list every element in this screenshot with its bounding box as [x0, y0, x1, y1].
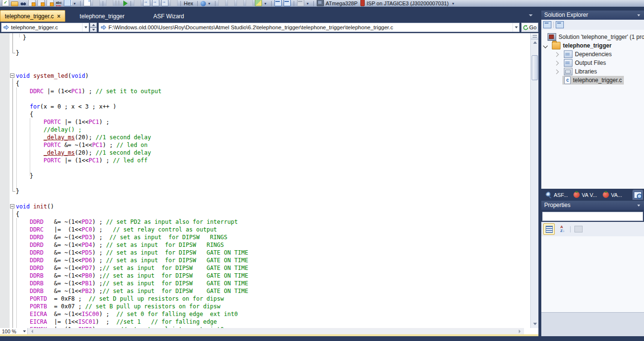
scroll-left-button[interactable] [29, 328, 36, 334]
scroll-up-button[interactable] [531, 39, 538, 46]
keyboard-alt-icon[interactable] [284, 0, 291, 6]
toolbar-separator [215, 1, 215, 6]
watch-icon[interactable] [134, 0, 141, 6]
new-file-icon[interactable] [83, 0, 91, 6]
scope-combobox[interactable]: telephone_trigger.c [1, 23, 89, 32]
chevron-down-icon[interactable] [543, 43, 548, 48]
properties-grid[interactable] [541, 236, 644, 312]
code-line [16, 195, 248, 203]
scrollbar-thumb[interactable] [532, 55, 538, 80]
collapse-box-init[interactable] [10, 204, 14, 208]
spin-down-button[interactable] [90, 27, 97, 32]
float-window-icon[interactable] [47, 0, 54, 6]
toolbar-overflow-icon[interactable]: ▾ [263, 1, 268, 7]
keyboard-icon[interactable] [274, 0, 282, 6]
toolbar-separator [80, 1, 81, 6]
step-over-icon[interactable] [152, 0, 159, 6]
properties-header[interactable]: Properties [541, 201, 644, 210]
tree-item-libraries[interactable]: Libraries [555, 67, 597, 76]
categorize-button[interactable] [543, 223, 555, 235]
code-text-area[interactable]: }}void system_led(void){ DDRC |= (1<<PC1… [16, 34, 248, 328]
find-in-files-icon[interactable] [20, 0, 26, 6]
tree-item-dependencies[interactable]: Dependencies [555, 50, 612, 59]
code-line: PORTC |= (1<<PC1) ; [16, 118, 248, 126]
collapse-box-system-led[interactable] [10, 73, 14, 78]
keyboard-disabled-icon[interactable] [297, 0, 304, 6]
copy-icon[interactable] [64, 0, 71, 6]
tree-item-source-file[interactable]: telephone_trigger.c [562, 76, 624, 85]
scope-value: telephone_trigger.c [11, 24, 82, 30]
save-icon[interactable] [93, 0, 100, 6]
message-box-icon[interactable] [227, 0, 235, 6]
scrollbar-corner [524, 328, 538, 334]
outline-line [12, 33, 13, 53]
device-selector[interactable]: ATmega328P [326, 0, 358, 7]
processor-icon[interactable] [246, 0, 253, 6]
dropdown-button[interactable] [513, 23, 519, 32]
build-check-icon[interactable]: ✓ [2, 0, 9, 6]
code-line: DDRD &= ~(1<<PD4) ; // set as input for … [16, 241, 248, 249]
task-list-icon[interactable] [237, 0, 244, 6]
export-icon[interactable] [255, 0, 262, 6]
alphabetical-sort-button[interactable]: AZ↓ [557, 224, 568, 234]
tool-window-tab-strip: ASF... VA V... VA... [541, 189, 644, 201]
tab-va-view[interactable]: VA V... [571, 191, 599, 199]
window-menu-dropdown-icon[interactable] [637, 14, 640, 16]
step-into-icon[interactable] [143, 0, 150, 6]
close-icon[interactable]: × [57, 13, 60, 19]
indicator-margin[interactable] [0, 33, 10, 328]
hex-toggle-button[interactable]: Hex [184, 0, 193, 7]
tree-item-project[interactable]: telephone_trigger [544, 41, 611, 50]
toolbar-overflow-icon[interactable]: ▾ [72, 1, 77, 7]
toolbar-overflow-icon[interactable]: ▾ [306, 1, 310, 7]
comment-icon[interactable] [218, 0, 226, 6]
tree-item-solution[interactable]: Solution 'telephone_trigger' (1 proj [548, 33, 644, 41]
solution-explorer-header[interactable]: Solution Explorer [541, 11, 644, 20]
tab-telephone-trigger[interactable]: telephone_trigger [65, 11, 139, 22]
scroll-right-button[interactable] [516, 328, 523, 334]
open-folder-icon[interactable] [11, 1, 18, 6]
editor-zoom-combobox[interactable]: 100 % [0, 328, 28, 334]
property-pages-button[interactable] [573, 224, 584, 234]
properties-window-icon[interactable] [543, 21, 551, 28]
file-path-value: F:\Windows.old.000\Users\Roy\Documents\A… [108, 24, 513, 30]
tree-item-label: Output Files [575, 60, 606, 66]
device-chip-icon [317, 0, 324, 6]
toolbar-overflow-icon[interactable]: ▾ [207, 1, 212, 7]
code-line: _delay_ms(20); //1 second delay [16, 134, 248, 141]
run-to-cursor-icon[interactable] [170, 0, 178, 6]
programmer-selector[interactable]: ISP on JTAGICE3 (J30200007031) [367, 0, 449, 7]
step-out-icon[interactable] [161, 0, 168, 6]
undo-icon[interactable] [106, 0, 113, 6]
properties-object-combobox[interactable] [542, 212, 643, 221]
document-list-dropdown-icon[interactable] [529, 14, 533, 16]
tab-solution-explorer-icon[interactable] [632, 190, 643, 200]
spin-up-button[interactable] [90, 23, 97, 27]
split-window-icon[interactable] [37, 0, 45, 6]
new-window-icon[interactable] [28, 0, 36, 6]
chevron-right-icon[interactable] [554, 61, 559, 65]
tab-asf-explorer[interactable]: ASF... [543, 191, 570, 199]
chevron-right-icon[interactable] [554, 52, 559, 57]
atmel-studio-window: ✓ abc ▾ Hex ▾ ▾ [0, 0, 644, 341]
tab-telephone-trigger-c[interactable]: telephone_trigger.c × [0, 10, 65, 22]
start-debugging-icon[interactable] [123, 0, 128, 6]
show-all-files-icon[interactable] [556, 21, 564, 28]
code-line [16, 95, 248, 103]
file-path-combobox[interactable]: F:\Windows.old.000\Users\Roy\Documents\A… [98, 23, 520, 32]
tab-asf-wizard[interactable]: ASF Wizard [139, 11, 199, 22]
dropdown-button[interactable] [82, 23, 89, 32]
chevron-right-icon[interactable] [554, 69, 559, 74]
vertical-scrollbar[interactable] [530, 33, 538, 328]
tab-va-outline[interactable]: VA... [600, 191, 624, 199]
spell-check-icon[interactable]: abc [56, 0, 62, 6]
window-menu-dropdown-icon[interactable] [637, 205, 640, 207]
go-button[interactable]: Go [521, 23, 538, 32]
toolbar-overflow-icon[interactable]: ▾ [451, 1, 455, 7]
horizontal-scrollbar[interactable]: 100 % [0, 328, 538, 334]
scroll-down-button[interactable] [531, 320, 538, 328]
tree-item-output-files[interactable]: Output Files [555, 59, 606, 67]
zoom-dropdown-icon[interactable] [22, 330, 27, 332]
pause-icon[interactable] [115, 0, 121, 6]
debug-target-icon[interactable] [201, 1, 206, 6]
